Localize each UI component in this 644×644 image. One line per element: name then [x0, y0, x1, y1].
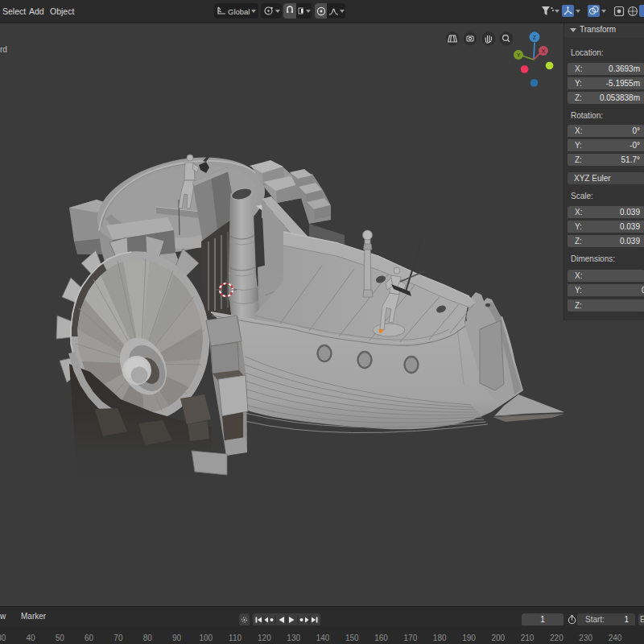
svg-text:Y: Y — [517, 52, 521, 58]
svg-text:X: X — [542, 48, 546, 54]
svg-text:rd: rd — [0, 45, 7, 54]
svg-text:Z: Z — [533, 35, 537, 40]
